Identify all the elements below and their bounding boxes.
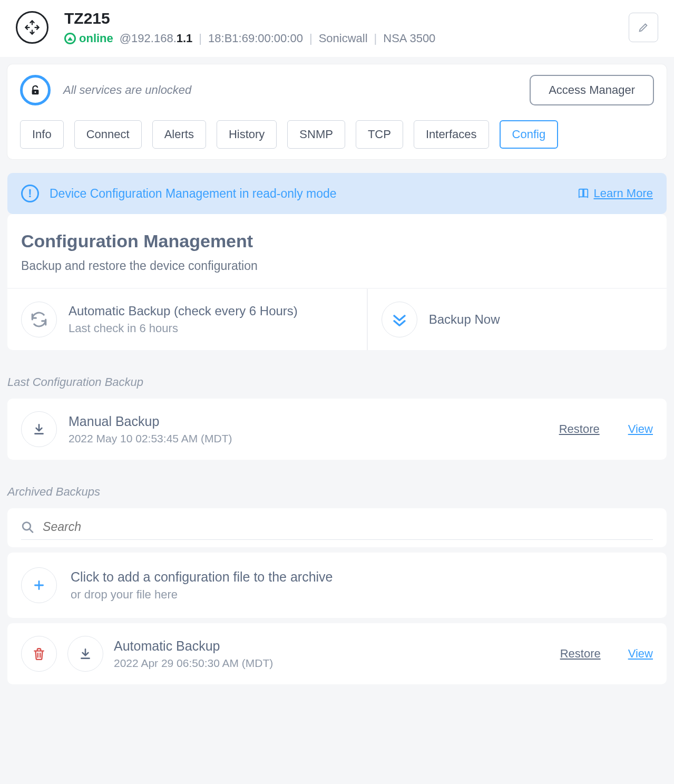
device-vendor: Sonicwall bbox=[319, 32, 368, 45]
status-up-icon bbox=[64, 33, 76, 44]
sync-icon bbox=[21, 302, 57, 337]
book-icon bbox=[578, 188, 589, 199]
upload-card[interactable]: Click to add a configuration file to the… bbox=[7, 553, 667, 618]
device-meta: online @192.168.1.1 | 18:B1:69:00:00:00 … bbox=[64, 32, 629, 45]
last-backup-date: 2022 May 10 02:53:45 AM (MDT) bbox=[69, 432, 531, 445]
edit-button[interactable] bbox=[629, 13, 658, 42]
section-title: Configuration Management bbox=[21, 231, 653, 251]
device-ip: @192.168.1.1 bbox=[120, 32, 193, 45]
device-model: NSA 3500 bbox=[383, 32, 435, 45]
archive-restore-link[interactable]: Restore bbox=[560, 647, 601, 661]
status-chip: online bbox=[64, 32, 113, 45]
trash-icon bbox=[32, 647, 46, 661]
tab-config[interactable]: Config bbox=[500, 120, 559, 149]
search-icon bbox=[21, 520, 34, 534]
tab-info[interactable]: Info bbox=[20, 120, 64, 149]
device-header: TZ215 online @192.168.1.1 | 18:B1:69:00:… bbox=[0, 0, 674, 57]
lock-badge bbox=[20, 75, 51, 105]
device-mac: 18:B1:69:00:00:00 bbox=[208, 32, 303, 45]
archived-label: Archived Backups bbox=[7, 485, 667, 499]
auto-backup-title: Automatic Backup (check every 6 Hours) bbox=[69, 304, 298, 318]
pencil-icon bbox=[638, 22, 649, 33]
readonly-notice: ! Device Configuration Management in rea… bbox=[7, 173, 667, 214]
archive-item-title: Automatic Backup bbox=[114, 638, 533, 654]
search-input[interactable] bbox=[43, 520, 653, 534]
status-label: online bbox=[79, 32, 113, 45]
info-icon: ! bbox=[21, 185, 39, 202]
plus-icon bbox=[21, 567, 57, 603]
archive-item: Automatic Backup 2022 Apr 29 06:50:30 AM… bbox=[7, 623, 667, 684]
unlock-icon bbox=[30, 84, 41, 96]
last-backup-title: Manual Backup bbox=[69, 414, 531, 429]
access-tabs-card: All services are unlocked Access Manager… bbox=[7, 64, 667, 159]
backup-now-button[interactable]: Backup Now bbox=[368, 289, 667, 350]
tab-alerts[interactable]: Alerts bbox=[152, 120, 206, 149]
upload-subtitle: or drop your file here bbox=[71, 588, 333, 602]
device-name: TZ215 bbox=[64, 9, 629, 27]
tab-interfaces[interactable]: Interfaces bbox=[414, 120, 489, 149]
tabs-row: Info Connect Alerts History SNMP TCP Int… bbox=[20, 120, 654, 149]
services-unlocked-text: All services are unlocked bbox=[63, 83, 517, 97]
archive-item-date: 2022 Apr 29 06:50:30 AM (MDT) bbox=[114, 657, 533, 670]
section-subtitle: Backup and restore the device configurat… bbox=[21, 259, 653, 273]
view-link[interactable]: View bbox=[628, 422, 653, 436]
config-management-header: Configuration Management Backup and rest… bbox=[7, 214, 667, 288]
backup-now-label: Backup Now bbox=[429, 312, 500, 327]
tab-tcp[interactable]: TCP bbox=[356, 120, 403, 149]
download-double-icon bbox=[382, 302, 417, 337]
access-manager-button[interactable]: Access Manager bbox=[530, 75, 654, 105]
restore-link[interactable]: Restore bbox=[559, 422, 600, 436]
backup-row: Automatic Backup (check every 6 Hours) L… bbox=[7, 289, 667, 350]
learn-more-link[interactable]: Learn More bbox=[578, 187, 653, 200]
tab-connect[interactable]: Connect bbox=[74, 120, 142, 149]
last-backup-item: Manual Backup 2022 May 10 02:53:45 AM (M… bbox=[7, 399, 667, 460]
notice-text: Device Configuration Management in read-… bbox=[50, 187, 567, 201]
tab-snmp[interactable]: SNMP bbox=[287, 120, 345, 149]
download-icon bbox=[32, 422, 46, 436]
archive-view-link[interactable]: View bbox=[628, 647, 653, 661]
upload-title: Click to add a configuration file to the… bbox=[71, 569, 333, 585]
delete-button[interactable] bbox=[21, 636, 57, 672]
download-icon bbox=[79, 647, 92, 661]
auto-backup-sub: Last check in 6 hours bbox=[69, 322, 298, 335]
archive-download-button[interactable] bbox=[67, 636, 103, 672]
device-icon bbox=[16, 11, 48, 44]
last-backup-label: Last Configuration Backup bbox=[7, 375, 667, 389]
search-card bbox=[7, 508, 667, 547]
tab-history[interactable]: History bbox=[217, 120, 277, 149]
svg-point-1 bbox=[35, 91, 36, 93]
download-button[interactable] bbox=[21, 411, 57, 447]
auto-backup-info: Automatic Backup (check every 6 Hours) L… bbox=[7, 289, 368, 350]
